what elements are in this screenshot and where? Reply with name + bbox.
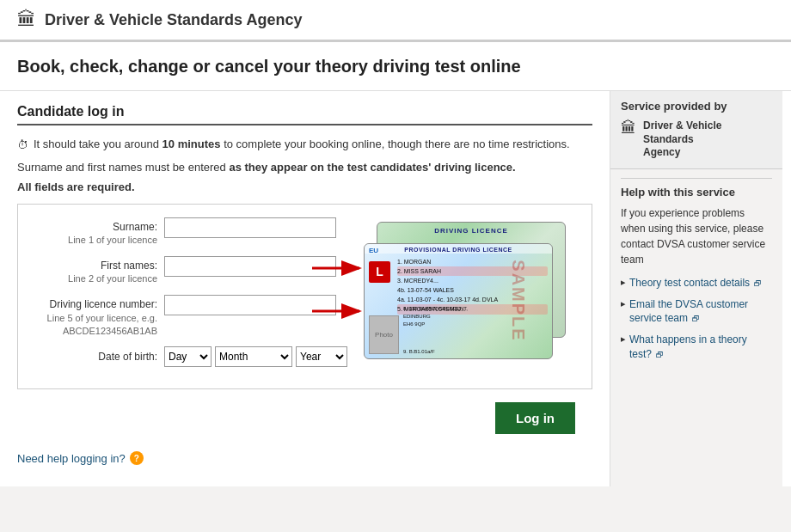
email-dvsa-link[interactable]: Email the DVSA customer service team 🗗 [629, 297, 772, 327]
card-l-label: L [369, 261, 390, 283]
header-crest: 🏛 [17, 9, 36, 31]
surname-input[interactable] [164, 217, 336, 238]
form-outer: Surname: Line 1 of your licence First na… [17, 204, 592, 390]
licence-group: Driving licence number: Line 5 of your l… [27, 295, 351, 339]
login-button-row: Log in [17, 402, 592, 434]
section-heading: Candidate log in [17, 104, 592, 125]
card-eu-label: EU [369, 247, 378, 254]
surname-group: Surname: Line 1 of your licence [27, 217, 351, 248]
instruction-bold: as they appear on the test candidates' d… [229, 161, 515, 174]
arrow-icon-1: ▸ [621, 277, 626, 288]
dvsa-logo-area: 🏛 Driver & Vehicle Standards Agency [621, 119, 772, 160]
login-button[interactable]: Log in [495, 402, 575, 434]
page-header: 🏛 Driver & Vehicle Standards Agency [0, 0, 791, 42]
help-link-row: Need help logging in? ? [17, 447, 592, 469]
sidebar: Service provided by 🏛 Driver & Vehicle S… [610, 91, 782, 486]
dvsa-crest-icon: 🏛 [621, 119, 636, 138]
sidebar-service-section: Service provided by 🏛 Driver & Vehicle S… [610, 91, 782, 169]
dob-group: Date of birth: Day 12345 678910 11121314… [27, 346, 351, 367]
header-agency-name: Driver & Vehicle Standards Agency [45, 11, 302, 29]
surname-instruction: Surname and first names must be entered … [17, 161, 592, 174]
help-login-link[interactable]: Need help logging in? [17, 452, 126, 465]
theory-test-contact-link[interactable]: Theory test contact details 🗗 [629, 276, 762, 290]
sidebar-help-title: Help with this service [621, 178, 772, 199]
sidebar-help-section: Help with this service If you experience… [610, 169, 782, 377]
arrow-icon-3: ▸ [621, 333, 626, 345]
external-icon-1: 🗗 [754, 279, 762, 288]
month-select[interactable]: Month JanuaryFebruaryMarchApril MayJuneJ… [215, 346, 292, 367]
licence-label: Driving licence number: Line 5 of your l… [27, 295, 164, 339]
sidebar-help-text: If you experience problems when using th… [621, 205, 772, 267]
page-title: Book, check, change or cancel your theor… [17, 55, 774, 77]
surname-sublabel: Line 1 of your licence [27, 234, 157, 247]
card-sample-text: SAMPLE [508, 260, 528, 341]
licence-image-area: DRIVING LICENCE PROVISIONAL DRIVING LICE… [359, 217, 574, 364]
help-link-item-2: ▸ Email the DVSA customer service team 🗗 [621, 297, 772, 327]
dob-label: Date of birth: [27, 351, 164, 363]
help-link-item-1: ▸ Theory test contact details 🗗 [621, 276, 772, 290]
card-line9: 9. B.B1.01a/F [403, 349, 535, 354]
form-section: Surname: Line 1 of your licence First na… [27, 217, 351, 376]
card-back-title: DRIVING LICENCE [377, 223, 565, 235]
arrow-licence-icon [312, 303, 364, 319]
theory-test-info-link[interactable]: What happens in a theory test? 🗗 [629, 333, 772, 362]
card-front-title: PROVISIONAL DRIVING LICENCE [365, 244, 552, 254]
time-bold: 10 minutes [162, 138, 221, 150]
firstname-group: First names: Line 2 of your licence [27, 256, 351, 286]
main-wrapper: Candidate log in ⏱ It should take you ar… [0, 91, 791, 486]
title-area: Book, check, change or cancel your theor… [0, 42, 791, 91]
year-select[interactable]: Year 20082007200620052004 20032002200120… [296, 346, 347, 367]
licence-card-front: PROVISIONAL DRIVING LICENCE EU L 1. MORG… [364, 243, 553, 359]
day-select[interactable]: Day 12345 678910 1112131415 1617181920 2… [164, 346, 212, 367]
licence-input[interactable] [164, 295, 336, 315]
help-link-item-3: ▸ What happens in a theory test? 🗗 [621, 333, 772, 362]
info-text: It should take you around 10 minutes to … [34, 136, 570, 153]
sidebar-service-title: Service provided by [621, 100, 772, 113]
licence-sublabel: Line 5 of your licence, e.g. [27, 312, 157, 325]
external-icon-3: 🗗 [656, 351, 664, 359]
licence-example: ABCDE123456AB1AB [27, 325, 157, 338]
arrow-icon-2: ▸ [621, 298, 626, 309]
dvsa-name-text: Driver & Vehicle Standards Agency [643, 119, 721, 160]
firstname-label: First names: Line 2 of your licence [27, 256, 164, 286]
firstname-sublabel: Line 2 of your licence [27, 272, 157, 285]
clock-icon: ⏱ [17, 137, 28, 154]
info-line-1: ⏱ It should take you around 10 minutes t… [17, 136, 592, 154]
help-circle-icon: ? [130, 451, 144, 465]
external-icon-2: 🗗 [692, 315, 700, 323]
required-text: All fields are required. [17, 180, 592, 193]
surname-label: Surname: Line 1 of your licence [27, 217, 164, 248]
content-area: Candidate log in ⏱ It should take you ar… [0, 91, 610, 486]
licence-cards: DRIVING LICENCE PROVISIONAL DRIVING LICE… [359, 217, 574, 364]
firstname-input[interactable] [164, 256, 336, 277]
form-and-image: Surname: Line 1 of your licence First na… [27, 217, 574, 376]
arrow-name-icon [312, 260, 364, 276]
card-photo: Photo [369, 315, 399, 354]
